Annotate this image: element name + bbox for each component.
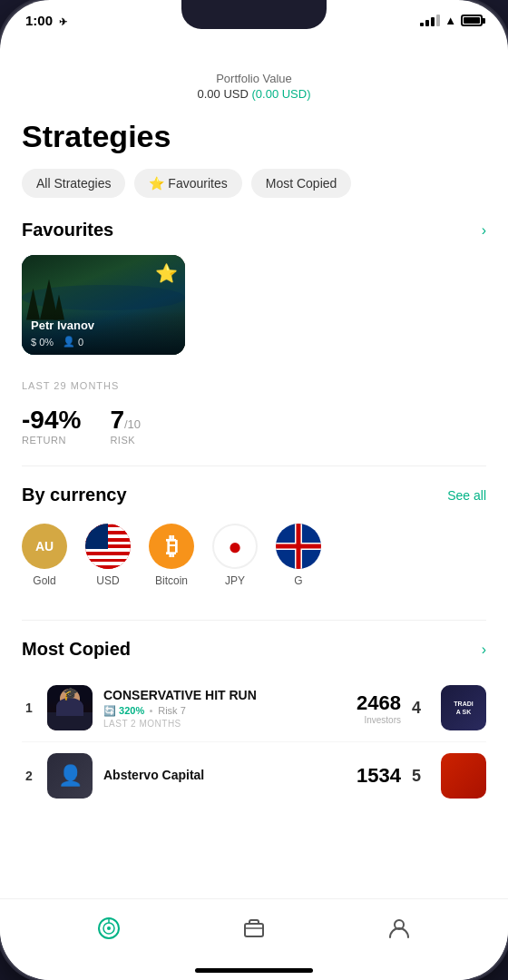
gold-icon: AU xyxy=(22,524,67,569)
filter-tabs: All Strategies ⭐ Favourites Most Copied xyxy=(0,169,508,220)
favourites-list: ⭐ Petr Ivanov $ 0% 👤 0 xyxy=(0,255,508,377)
most-copied-title: Most Copied xyxy=(22,639,131,660)
phone-screen: 1:00 ✈ ▲ Portfolio Value xyxy=(0,0,508,980)
filter-all[interactable]: All Strategies xyxy=(22,169,125,198)
copied-item-1[interactable]: 1 🎓 CONSERVATIVE HIT RUN xyxy=(22,674,486,742)
jpy-label: JPY xyxy=(225,574,245,587)
avatar-2: 👤 xyxy=(47,753,93,799)
risk-value: 7 xyxy=(110,406,124,435)
count-2: 1534 xyxy=(357,764,401,788)
most-copied-chevron[interactable]: › xyxy=(482,642,486,658)
risk-1: Risk 7 xyxy=(158,705,186,716)
return-value: -94% xyxy=(22,406,81,435)
right-rank-1: 4 xyxy=(412,699,430,718)
period-1: LAST 2 MONTHS xyxy=(103,719,346,729)
metric-period: LAST 29 MONTHS xyxy=(0,380,508,398)
card-stats: $ 0% 👤 0 xyxy=(31,336,176,348)
nav-radar[interactable] xyxy=(97,916,121,946)
btc-label: Bitcoin xyxy=(155,574,188,587)
return-1: 🔄 320% xyxy=(103,705,144,717)
count-1: 2468 Investors xyxy=(357,691,401,725)
portfolio-label: Portfolio Value xyxy=(0,72,508,85)
strategy-metrics: -94% Return 7 /10 Risk xyxy=(0,398,508,447)
radar-icon xyxy=(97,916,121,946)
right-rank-2: 5 xyxy=(412,767,430,786)
strategy-name-1: CONSERVATIVE HIT RUN xyxy=(103,688,346,702)
jpy-icon: ● xyxy=(212,524,258,569)
risk-max: /10 xyxy=(124,417,141,431)
risk-metric: 7 /10 Risk xyxy=(110,406,141,447)
svg-rect-4 xyxy=(245,924,263,936)
avatar-card-2 xyxy=(441,753,486,799)
filter-favourites[interactable]: ⭐ Favourites xyxy=(134,169,241,198)
divider-2 xyxy=(22,620,486,621)
copied-item-2[interactable]: 2 👤 Abstervo Capital 1534 5 xyxy=(22,742,486,809)
gb-label: G xyxy=(294,574,302,587)
notch xyxy=(181,0,327,29)
svg-point-2 xyxy=(107,926,111,930)
star-icon: ⭐ xyxy=(155,262,178,284)
gb-icon xyxy=(276,524,321,569)
currency-gold[interactable]: AU Gold xyxy=(22,524,67,587)
portfolio-icon xyxy=(242,916,266,946)
copied-info-2: Abstervo Capital xyxy=(103,768,346,785)
home-indicator xyxy=(195,968,313,973)
battery-icon xyxy=(461,15,483,26)
currency-section-header: By currency See all xyxy=(0,485,508,520)
favourites-chevron[interactable]: › xyxy=(482,222,486,239)
nav-icon: ✈ xyxy=(59,16,67,27)
filter-most-copied[interactable]: Most Copied xyxy=(251,169,352,198)
page-title: Strategies xyxy=(0,112,508,169)
wifi-icon: ▲ xyxy=(444,14,456,27)
currency-jpy[interactable]: ● JPY xyxy=(212,524,258,587)
most-copied-list: 1 🎓 CONSERVATIVE HIT RUN xyxy=(0,674,508,809)
risk-label: Risk xyxy=(110,435,141,446)
copied-stats-1: 🔄 320% Risk 7 xyxy=(103,705,346,717)
card-overlay: Petr Ivanov $ 0% 👤 0 xyxy=(22,311,185,355)
signal-icon xyxy=(420,15,440,26)
card-return-stat: $ 0% xyxy=(31,336,54,348)
currency-list: AU Gold USD ₿ Bitco xyxy=(0,520,508,602)
copied-info-1: CONSERVATIVE HIT RUN 🔄 320% Risk 7 LAST … xyxy=(103,688,346,729)
favourites-section-header: Favourites › xyxy=(0,220,508,255)
count-label-1: Investors xyxy=(357,715,401,725)
phone-shell: 1:00 ✈ ▲ Portfolio Value xyxy=(0,0,508,980)
count-number-1: 2468 xyxy=(357,691,401,715)
nav-portfolio[interactable] xyxy=(242,916,266,946)
usd-icon xyxy=(85,524,131,569)
usd-label: USD xyxy=(96,574,119,587)
count-number-2: 1534 xyxy=(357,764,401,788)
currency-gb[interactable]: G xyxy=(276,524,321,587)
favourites-title: Favourites xyxy=(22,220,113,240)
return-metric: -94% Return xyxy=(22,406,81,447)
rank-2: 2 xyxy=(22,769,36,783)
strategy-name-2: Abstervo Capital xyxy=(103,768,346,782)
currency-usd[interactable]: USD xyxy=(85,524,131,587)
portfolio-header: Portfolio Value 0.00 USD (0.00 USD) xyxy=(0,64,508,112)
scroll-content: Portfolio Value 0.00 USD (0.00 USD) Stra… xyxy=(0,64,508,958)
status-icons: ▲ xyxy=(420,14,483,27)
strategy-card-petr[interactable]: ⭐ Petr Ivanov $ 0% 👤 0 xyxy=(22,255,185,355)
trad-card-1: TRADIA SK xyxy=(441,685,486,730)
rank-1: 1 xyxy=(22,701,36,715)
avatar-1: 🎓 xyxy=(47,685,93,730)
return-label: Return xyxy=(22,435,81,446)
gold-label: Gold xyxy=(33,574,55,587)
card-copiers-stat: 👤 0 xyxy=(63,336,83,348)
divider-1 xyxy=(22,466,486,466)
nav-profile[interactable] xyxy=(387,916,411,946)
time-display: 1:00 ✈ xyxy=(25,13,67,28)
btc-icon: ₿ xyxy=(149,524,194,569)
currency-title: By currency xyxy=(22,485,127,505)
see-all-link[interactable]: See all xyxy=(447,488,486,503)
card-name: Petr Ivanov xyxy=(31,318,176,332)
profile-icon xyxy=(387,916,411,946)
currency-bitcoin[interactable]: ₿ Bitcoin xyxy=(149,524,194,587)
most-copied-header: Most Copied › xyxy=(0,639,508,674)
portfolio-value: 0.00 USD (0.00 USD) xyxy=(0,87,508,101)
